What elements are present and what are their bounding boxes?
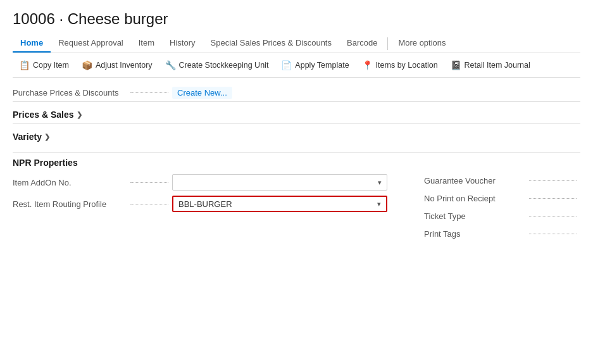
- guarantee-voucher-row: Guarantee Voucher: [424, 172, 580, 189]
- adjust-icon: 📦: [82, 60, 92, 70]
- create-new-link[interactable]: Create New...: [172, 87, 232, 99]
- no-print-receipt-label: No Print on Reciept: [424, 194, 525, 203]
- nav-separator: [387, 37, 388, 50]
- tab-home[interactable]: Home: [13, 34, 51, 53]
- items-by-location-label: Items by Location: [376, 61, 438, 70]
- rest-routing-label: Rest. Item Routing Profile: [13, 199, 127, 209]
- item-addon-dropdown-arrow: ▾: [378, 179, 382, 187]
- variety-label: Variety: [13, 132, 42, 142]
- tab-special-sales[interactable]: Special Sales Prices & Discounts: [203, 34, 339, 53]
- item-addon-input[interactable]: ▾: [172, 174, 387, 191]
- ticket-type-dots: [529, 216, 577, 217]
- purchase-prices-dots: [130, 92, 168, 93]
- item-addon-row: Item AddOn No. ▾: [13, 172, 424, 193]
- rest-routing-value: BBL-BURGER: [178, 199, 232, 209]
- npr-col-left: Item AddOn No. ▾ Rest. I: [13, 172, 424, 242]
- copy-item-label: Copy Item: [33, 61, 69, 70]
- content-area: Purchase Prices & Discounts Create New..…: [13, 78, 580, 249]
- ticket-type-label: Ticket Type: [424, 211, 525, 221]
- prices-sales-label: Prices & Sales: [13, 110, 74, 120]
- nav-tabs: Home Request Approval Item History Speci…: [13, 34, 580, 53]
- purchase-prices-row: Purchase Prices & Discounts Create New..…: [13, 84, 580, 101]
- no-print-receipt-dots: [529, 198, 577, 199]
- no-print-receipt-row: No Print on Reciept: [424, 189, 580, 207]
- location-icon: 📍: [362, 60, 373, 70]
- retail-item-journal-label: Retail Item Journal: [465, 61, 530, 70]
- print-tags-row: Print Tags: [424, 225, 580, 242]
- adjust-inventory-label: Adjust Inventory: [96, 61, 153, 70]
- items-by-location-button[interactable]: 📍 Items by Location: [356, 57, 444, 73]
- tab-request-approval[interactable]: Request Approval: [51, 34, 131, 53]
- variety-section[interactable]: Variety ❯: [13, 123, 580, 146]
- purchase-prices-label: Purchase Prices & Discounts: [13, 88, 127, 97]
- npr-col-right: Guarantee Voucher No Print on Reciept Ti…: [424, 172, 580, 242]
- action-toolbar: 📋 Copy Item 📦 Adjust Inventory 🔧 Create …: [13, 53, 580, 78]
- create-stockkeeping-label: Create Stockkeeping Unit: [179, 61, 269, 70]
- item-addon-dots: [130, 182, 168, 183]
- apply-template-button[interactable]: 📄 Apply Template: [275, 57, 355, 73]
- variety-chevron: ❯: [44, 133, 50, 141]
- prices-sales-chevron: ❯: [77, 111, 82, 119]
- tab-history[interactable]: History: [162, 34, 203, 53]
- rest-routing-value-area: BBL-BURGER ▾: [172, 196, 424, 212]
- npr-header: NPR Properties: [13, 152, 580, 172]
- retail-item-journal-button[interactable]: 📓 Retail Item Journal: [444, 57, 537, 73]
- rest-routing-dots: [130, 204, 168, 204]
- prices-sales-section[interactable]: Prices & Sales ❯: [13, 101, 580, 123]
- item-addon-value-area: ▾: [172, 174, 424, 191]
- create-stockkeeping-button[interactable]: 🔧 Create Stockkeeping Unit: [159, 57, 275, 73]
- rest-routing-row: Rest. Item Routing Profile BBL-BURGER ▾: [13, 193, 424, 215]
- item-addon-label: Item AddOn No.: [13, 178, 127, 187]
- npr-properties-section: NPR Properties Item AddOn No. ▾: [13, 152, 580, 242]
- print-tags-label: Print Tags: [424, 229, 525, 239]
- tab-barcode[interactable]: Barcode: [339, 34, 385, 53]
- rest-routing-dropdown-arrow: ▾: [377, 200, 381, 208]
- tab-item[interactable]: Item: [131, 34, 162, 53]
- npr-fields: Item AddOn No. ▾ Rest. I: [13, 172, 580, 242]
- guarantee-voucher-dots: [529, 180, 577, 181]
- page-title: 10006 · Cheese burger: [13, 10, 580, 28]
- template-icon: 📄: [281, 60, 292, 70]
- adjust-inventory-button[interactable]: 📦 Adjust Inventory: [75, 57, 159, 73]
- stockkeeping-icon: 🔧: [165, 60, 176, 70]
- apply-template-label: Apply Template: [295, 61, 349, 70]
- print-tags-dots: [529, 234, 577, 234]
- rest-routing-input[interactable]: BBL-BURGER ▾: [172, 196, 387, 212]
- guarantee-voucher-label: Guarantee Voucher: [424, 176, 525, 185]
- journal-icon: 📓: [451, 60, 461, 70]
- copy-item-button[interactable]: 📋 Copy Item: [13, 57, 75, 73]
- tab-more-options[interactable]: More options: [390, 34, 453, 53]
- copy-icon: 📋: [19, 60, 30, 70]
- ticket-type-row: Ticket Type: [424, 207, 580, 225]
